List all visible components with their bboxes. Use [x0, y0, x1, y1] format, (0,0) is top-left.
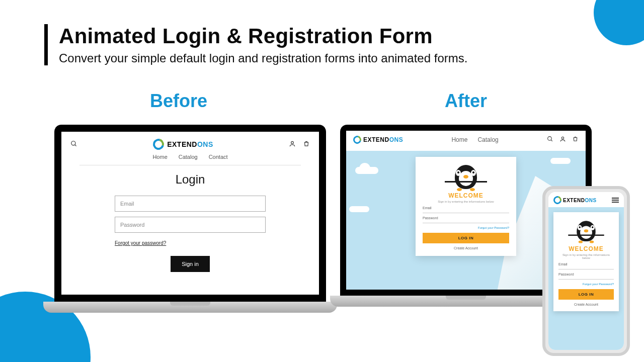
search-icon[interactable] — [70, 140, 77, 149]
svg-point-0 — [71, 141, 75, 145]
welcome-title: WELCOME — [558, 245, 614, 252]
login-card: WELCOME Sign in by entering the informat… — [416, 157, 516, 256]
laptop-before: EXTENDONS Home Catalog Contact Login Ema… — [54, 125, 326, 313]
signin-button[interactable]: Sign in — [171, 256, 210, 272]
nav-icons — [547, 136, 579, 144]
menu-home[interactable]: Home — [451, 136, 467, 143]
password-field[interactable]: Password — [115, 217, 266, 233]
sky-background: WELCOME Sign in by entering the informat… — [548, 207, 624, 350]
search-icon[interactable] — [547, 136, 553, 144]
welcome-title: WELCOME — [423, 192, 509, 199]
password-field[interactable] — [558, 279, 614, 280]
svg-point-5 — [561, 137, 564, 139]
logo-icon — [553, 196, 561, 204]
header-block: Animated Login & Registration Form Conve… — [44, 24, 467, 65]
email-field[interactable] — [558, 269, 614, 269]
password-label: Password — [423, 216, 509, 220]
penguin-icon — [573, 218, 600, 242]
brand-text: EXTENDONS — [363, 136, 403, 143]
before-menu: Home Catalog Contact — [70, 154, 310, 160]
svg-line-1 — [75, 144, 76, 146]
menu-catalog[interactable]: Catalog — [179, 154, 198, 160]
brand-text: EXTENDONS — [563, 198, 597, 203]
brand-text: EXTENDONS — [167, 140, 213, 148]
login-button[interactable]: LOG IN — [423, 233, 509, 243]
after-menu: Home Catalog — [451, 136, 498, 143]
forgot-password-link[interactable]: Forgot your Password? — [423, 226, 509, 229]
login-card: WELCOME Sign in by entering the informat… — [553, 212, 619, 311]
logo-icon — [353, 136, 361, 144]
create-account-link[interactable]: Create Account — [423, 246, 509, 250]
cloud-icon — [355, 167, 378, 174]
phone-screen: EXTENDONS WELCOME Sign in by entering th… — [548, 192, 624, 350]
laptop-frame: EXTENDONS Home Catalog Contact Login Ema… — [54, 125, 326, 302]
phone-mockup: EXTENDONS WELCOME Sign in by entering th… — [542, 186, 630, 356]
menu-catalog[interactable]: Catalog — [477, 136, 498, 143]
svg-line-4 — [551, 140, 552, 141]
before-form: Email Password Forgot your password? Sig… — [115, 196, 266, 272]
email-label: Email — [558, 262, 614, 266]
brand-logo[interactable]: EXTENDONS — [553, 196, 597, 204]
welcome-subtitle: Sign in by entering the informations bel… — [558, 253, 614, 259]
email-field[interactable]: Email — [115, 196, 266, 212]
cart-icon[interactable] — [572, 136, 579, 144]
brand-logo[interactable]: EXTENDONS — [353, 136, 403, 144]
account-icon[interactable] — [289, 140, 296, 149]
menu-home[interactable]: Home — [152, 154, 167, 160]
svg-point-2 — [291, 141, 294, 144]
decorative-circle-top — [594, 0, 644, 45]
page-title: Animated Login & Registration Form — [59, 24, 467, 48]
login-title: Login — [70, 172, 310, 187]
cloud-icon — [349, 206, 369, 212]
account-icon[interactable] — [559, 136, 566, 144]
before-navbar: EXTENDONS — [70, 139, 310, 150]
password-label: Password — [558, 273, 614, 276]
menu-contact[interactable]: Contact — [209, 154, 228, 160]
label-after: After — [445, 90, 487, 112]
email-field[interactable] — [423, 213, 509, 213]
forgot-password-link[interactable]: Forgot your password? — [115, 240, 166, 246]
after-navbar: EXTENDONS Home Catalog — [346, 131, 586, 149]
create-account-link[interactable]: Create Account — [558, 303, 614, 306]
laptop-screen-before: EXTENDONS Home Catalog Contact Login Ema… — [61, 132, 319, 295]
logo-icon — [153, 139, 164, 150]
password-field[interactable] — [423, 223, 509, 223]
brand-logo[interactable]: EXTENDONS — [153, 139, 213, 150]
welcome-subtitle: Sign in by entering the informations bel… — [423, 200, 509, 203]
cloud-icon — [550, 158, 571, 164]
divider — [79, 165, 301, 165]
email-label: Email — [423, 206, 509, 210]
hamburger-icon[interactable] — [612, 198, 619, 203]
svg-point-3 — [548, 137, 552, 141]
nav-icons — [289, 140, 310, 149]
label-before: Before — [150, 90, 207, 112]
cart-icon[interactable] — [303, 140, 310, 149]
phone-navbar: EXTENDONS — [548, 192, 624, 208]
penguin-icon — [450, 162, 482, 190]
page-subtitle: Convert your simple default login and re… — [59, 51, 467, 65]
laptop-base — [43, 302, 337, 313]
login-button[interactable]: LOG IN — [558, 289, 614, 300]
forgot-password-link[interactable]: Forgot your Password? — [558, 283, 614, 286]
